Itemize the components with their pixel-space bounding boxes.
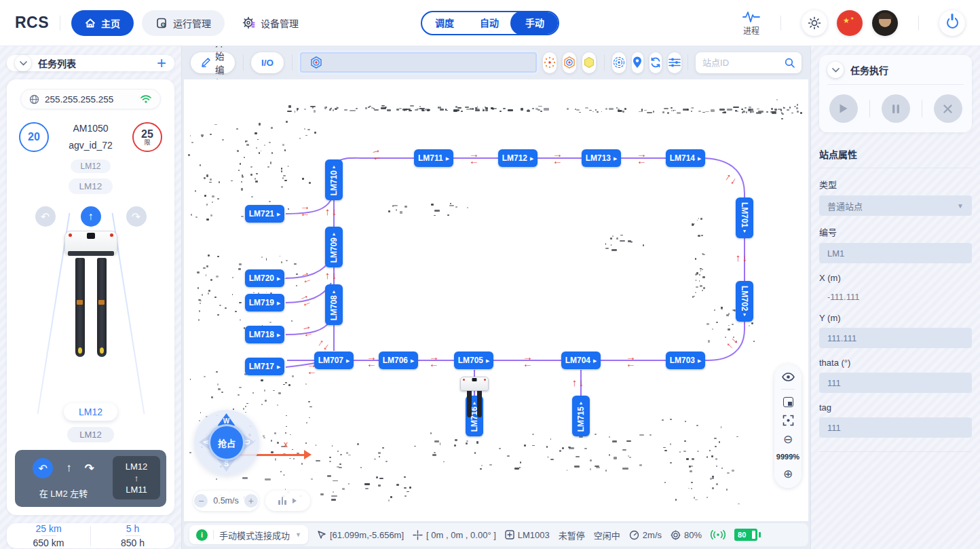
task-play-button[interactable] [829,94,858,123]
map-toolbar: 开始编辑 I/O [184,45,808,79]
field-type: 类型 普通站点 ▼ [819,178,972,216]
axis-x-label: x [284,440,288,449]
filter-button[interactable] [668,52,681,73]
turn-right-button[interactable]: ↷ [126,206,147,227]
station-type-value: 普通站点 [827,200,863,212]
map-station-LM715[interactable]: ▲LM715 [572,396,590,436]
task-execution-card: 任务执行 [819,55,972,132]
layer-stations-button[interactable] [300,52,536,73]
station-arrow-icon: ▶ [530,156,533,161]
fork-icon [278,497,286,505]
refresh-button[interactable] [649,52,662,73]
navigation-hint-panel: ↶ ↑ ↷ 在 LM2 左转 LM12 ↑ LM11 [15,450,166,507]
center-focus-icon[interactable] [783,415,794,426]
nav-operations[interactable]: 运行管理 [142,10,225,36]
layer-area-button[interactable] [582,52,596,73]
seize-control-button[interactable]: 抢占 [208,424,245,461]
map-station-LM707[interactable]: LM707▶ [314,352,354,369]
map-station-LM714[interactable]: LM714▶ [666,149,705,167]
map-station-LM706[interactable]: LM706▶ [379,352,418,369]
eye-icon[interactable] [782,373,795,381]
layer-pointcloud-button[interactable] [543,52,557,73]
task-execution-title: 任务执行 [850,63,888,77]
station-theta-input[interactable] [819,373,972,393]
fork-control[interactable] [265,491,310,511]
direction-controls: ↶ ↑ ↷ [15,206,166,227]
station-tag-input[interactable] [819,417,972,438]
topbar-right: 进程 ★★ [742,10,965,36]
task-pause-button[interactable] [882,94,910,123]
nav-home[interactable]: 主页 [71,10,134,36]
map-station-LM701[interactable]: LM701▼ [736,197,753,238]
agv-robot-marker[interactable] [460,377,489,417]
process-button[interactable]: 进程 [742,10,760,36]
station-search-input[interactable] [702,58,780,68]
map-station-LM704[interactable]: LM704▶ [561,352,601,369]
map-station-LM718[interactable]: LM718▶ [245,326,284,343]
map-canvas[interactable]: →←→←→←→←→←→←→←→←→←→←→←→←→←→←→←→←→←→←→←→←… [184,79,808,521]
language-flag-button[interactable]: ★★ [837,10,863,36]
mode-dispatch[interactable]: 调度 [422,12,467,34]
mode-auto[interactable]: 自动 [467,12,512,34]
map-station-LM710[interactable]: ▲LM710 [325,159,343,200]
zoom-in-button[interactable]: ⊕ [783,468,793,480]
layer-charge-button[interactable] [563,52,576,73]
speed-value: 0.5m/s [213,496,239,506]
agv-ip-value: 255.255.255.255 [45,94,134,105]
io-button[interactable]: I/O [251,52,284,73]
station-arrow-icon: ▲ [332,164,337,169]
globe-icon [29,94,39,105]
zoom-out-button[interactable]: ⊖ [783,434,793,445]
map-station-LM709[interactable]: ▲LM709 [325,227,343,267]
go-straight-button[interactable]: ↑ [81,206,101,227]
agv-ip-field[interactable]: 255.255.255.255 [20,89,161,109]
logout-button[interactable] [939,10,965,36]
nav-operations-label: 运行管理 [173,16,211,30]
zoom-level: 9999% [776,453,799,461]
cursor-position: [61.099m,-5.656m] [317,530,404,540]
theme-toggle-button[interactable] [802,10,827,36]
map-station-LM705[interactable]: LM705▶ [454,352,493,369]
map-station-LM711[interactable]: LM711▶ [414,149,453,167]
speed-plus-button[interactable]: + [244,494,258,508]
speed-control: − 0.5m/s + [193,491,259,511]
map-station-LM721[interactable]: LM721▶ [245,205,284,223]
lidar-view-button[interactable] [612,52,626,73]
map-station-LM719[interactable]: LM719▶ [245,294,284,311]
map-station-LM717[interactable]: LM717▶ [245,358,284,375]
user-avatar[interactable] [872,10,898,36]
collapse-chevron-icon[interactable] [15,55,31,71]
battery-indicator: 80 [734,529,757,541]
field-theta-label: thata (°) [819,358,972,368]
map-station-LM702[interactable]: LM702▼ [736,281,753,322]
map-station-LM708[interactable]: ▲LM708 [325,284,343,325]
field-x-label: X (m) [819,273,972,283]
hexagon-target-blue-icon [309,56,323,69]
waveform-icon [742,10,760,24]
task-cancel-button[interactable] [934,94,962,123]
refresh-icon [649,56,662,69]
speed-minus-button[interactable]: − [194,494,208,508]
map-station-LM713[interactable]: LM713▶ [582,149,621,167]
turn-left-button[interactable]: ↶ [35,206,56,227]
search-icon[interactable] [785,58,795,68]
battery-percent: 80 [738,531,746,539]
station-arrow-icon: ▶ [486,358,489,363]
map-station-LM712[interactable]: LM712▶ [498,149,538,167]
nav-devices[interactable]: 设备管理 [229,10,312,36]
station-arrow-icon: ▶ [277,301,280,305]
collapse-chevron-icon[interactable] [827,62,844,78]
station-code-input[interactable] [819,243,972,263]
mode-status-dropdown[interactable]: i 手动模式连接成功 ▼ [189,525,308,544]
station-type-select[interactable]: 普通站点 ▼ [819,195,972,216]
agv-card: 255.255.255.255 20 AM1050 agv_id_72 25限 … [7,79,174,515]
add-task-button[interactable]: + [157,55,166,71]
locate-button[interactable] [632,52,643,73]
map-station-LM720[interactable]: LM720▶ [245,269,284,287]
mode-manual[interactable]: 手动 [510,11,559,35]
minimap-toggle-icon[interactable] [783,397,793,407]
task-execution-panel: 任务执行 站点属性 类型 普通站点 ▼ 编号 [810,45,980,549]
map-station-LM703[interactable]: LM703▶ [666,352,705,369]
start-edit-button[interactable]: 开始编辑 [191,52,235,73]
station-y-input[interactable] [819,328,972,348]
